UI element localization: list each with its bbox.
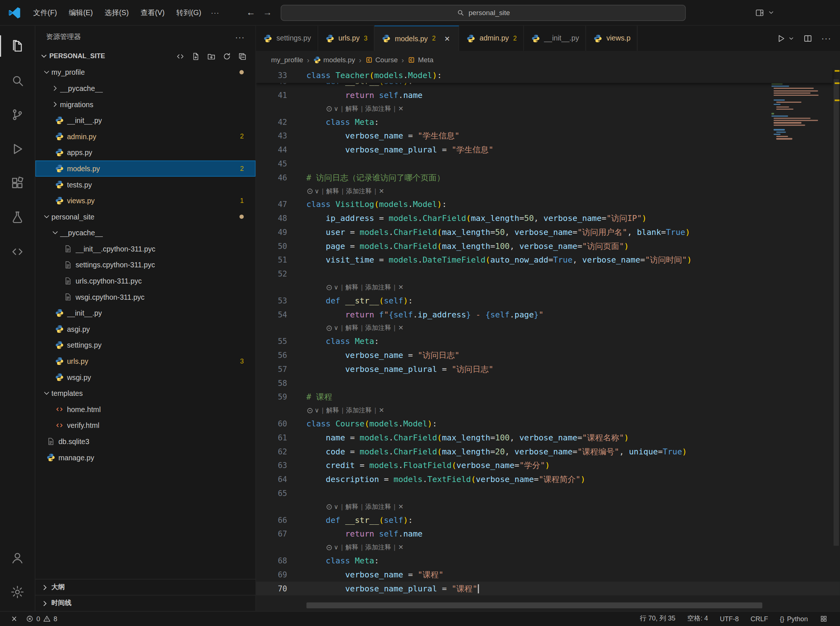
problems-indicator[interactable]: 0 8	[22, 612, 61, 626]
tree-item-__init__.py[interactable]: __init__.py	[35, 305, 256, 321]
code-line-65[interactable]: 65	[256, 487, 840, 501]
explorer-section-header[interactable]: PERSONAL_SITE	[35, 48, 256, 64]
encoding-setting[interactable]: UTF-8	[714, 615, 744, 622]
tree-item-urls.py[interactable]: urls.py3	[35, 353, 256, 369]
activity-testing[interactable]	[0, 200, 35, 234]
code-line-49[interactable]: 49 user = models.CharField(max_length=50…	[256, 225, 840, 239]
code-line-48[interactable]: 48 ip_address = models.CharField(max_len…	[256, 211, 840, 225]
codelens-add-comment-link[interactable]: 添加注释	[365, 502, 391, 512]
tab-admin.py[interactable]: admin.py2	[459, 26, 524, 51]
code-line-68[interactable]: 68 class Meta:	[256, 554, 840, 568]
code-line-55[interactable]: 55 class Meta:	[256, 334, 840, 348]
tree-item-wsgi.cpython-311.pyc[interactable]: wsgi.cpython-311.pyc	[35, 289, 256, 305]
menu-item-编辑(E)[interactable]: 编辑(E)	[63, 5, 98, 20]
menu-item-转到(G)[interactable]: 转到(G)	[171, 5, 207, 20]
timeline-panel-header[interactable]: 时间线	[35, 595, 256, 611]
tab-settings.py[interactable]: settings.py	[256, 26, 318, 51]
tab-views.p[interactable]: views.p	[586, 26, 637, 51]
codelens-add-comment-link[interactable]: 添加注释	[365, 323, 391, 333]
activity-settings-gear[interactable]	[0, 575, 35, 609]
command-center-search[interactable]: personal_site	[281, 5, 686, 20]
activity-code[interactable]	[0, 234, 35, 268]
activity-extensions[interactable]	[0, 166, 35, 200]
chevron-down-icon[interactable]	[768, 9, 775, 16]
codelens-ai-icon[interactable]	[306, 188, 313, 194]
tab-__init__.py[interactable]: __init__.py	[524, 26, 586, 51]
tree-item-settings.cpython-311.pyc[interactable]: settings.cpython-311.pyc	[35, 257, 256, 273]
horizontal-scrollbar[interactable]	[306, 603, 762, 608]
tree-item-home.html[interactable]: home.html	[35, 401, 256, 418]
codelens-chevron-icon[interactable]: ∨	[334, 324, 338, 332]
code-editor[interactable]: 33class Teacher(models.Model): 40 def __…	[256, 69, 840, 611]
tree-item-personal_site[interactable]: personal_site	[35, 209, 256, 225]
tab-models.py[interactable]: models.py2✕	[374, 26, 459, 51]
menu-item-查看(V)[interactable]: 查看(V)	[135, 5, 170, 20]
codelens-chevron-icon[interactable]: ∨	[334, 283, 338, 291]
codelens-chevron-icon[interactable]: ∨	[334, 503, 338, 510]
remote-indicator[interactable]	[6, 612, 22, 626]
codelens-chevron-icon[interactable]: ∨	[334, 105, 338, 112]
codelens-explain-link[interactable]: 解释	[345, 543, 358, 552]
code-line-67[interactable]: 67 return self.name	[256, 527, 840, 541]
codelens-chevron-icon[interactable]: ∨	[314, 188, 319, 195]
activity-explorer[interactable]	[0, 29, 35, 63]
back-icon[interactable]: ←	[246, 7, 256, 18]
tree-item-views.py[interactable]: views.py1	[35, 192, 256, 209]
code-line-61[interactable]: 61 name = models.CharField(max_length=10…	[256, 431, 840, 445]
tree-item-my_profile[interactable]: my_profile	[35, 64, 256, 80]
refresh-icon[interactable]	[222, 52, 231, 61]
codelens-close-icon[interactable]: ✕	[398, 503, 404, 510]
codelens-explain-link[interactable]: 解释	[326, 186, 339, 196]
tree-item-urls.cpython-311.pyc[interactable]: urls.cpython-311.pyc	[35, 273, 256, 289]
codelens-close-icon[interactable]: ✕	[398, 543, 404, 551]
layout-icon[interactable]	[755, 8, 765, 17]
code-line-58[interactable]: 58	[256, 376, 840, 390]
codelens-ai-icon[interactable]	[326, 503, 333, 510]
codelens-chevron-icon[interactable]: ∨	[334, 543, 338, 551]
code-line-46[interactable]: 46# 访问日志（记录谁访问了哪个页面）	[256, 171, 840, 185]
codelens-add-comment-link[interactable]: 添加注释	[346, 406, 372, 415]
code-line-66[interactable]: 66 def __str__(self):	[256, 513, 840, 527]
tree-item-manage.py[interactable]: manage.py	[35, 450, 256, 466]
code-line-33[interactable]: 33class Teacher(models.Model):	[256, 69, 833, 83]
tree-item-db.sqlite3[interactable]: db.sqlite3	[35, 434, 256, 450]
codelens-ai-icon[interactable]	[306, 407, 313, 414]
indentation-setting[interactable]: 空格: 4	[681, 614, 714, 623]
extension-status[interactable]	[814, 615, 834, 623]
new-file-icon[interactable]	[191, 52, 201, 61]
menu-item-选择(S)[interactable]: 选择(S)	[99, 5, 134, 20]
codelens-ai-icon[interactable]	[326, 284, 333, 291]
tab-urls.py[interactable]: urls.py3	[318, 26, 374, 51]
close-icon[interactable]: ✕	[442, 33, 452, 44]
split-editor-icon[interactable]	[803, 33, 813, 43]
codelens-add-comment-link[interactable]: 添加注释	[346, 186, 372, 196]
activity-run-debug[interactable]	[0, 131, 35, 166]
codelens-add-comment-link[interactable]: 添加注释	[365, 543, 391, 552]
codelens-close-icon[interactable]: ✕	[379, 407, 385, 414]
code-line-57[interactable]: 57 verbose_name_plural = "访问日志"	[256, 362, 840, 376]
menu-more-button[interactable]: ···	[207, 6, 224, 19]
activity-source-control[interactable]	[0, 97, 35, 131]
codelens-add-comment-link[interactable]: 添加注释	[365, 104, 391, 113]
code-line-54[interactable]: 54 return f"{self.ip_address} - {self.pa…	[256, 307, 840, 321]
code-line-42[interactable]: 42 class Meta:	[256, 115, 840, 129]
tree-item-models.py[interactable]: models.py2	[35, 161, 256, 177]
language-mode[interactable]: {} Python	[774, 615, 814, 622]
tree-item-templates[interactable]: templates	[35, 385, 256, 401]
sidebar-more-button[interactable]: ···	[235, 33, 245, 42]
code-line-64[interactable]: 64 description = models.TextField(verbos…	[256, 473, 840, 487]
codelens-explain-link[interactable]: 解释	[345, 323, 358, 333]
code-line-40[interactable]: 40 def __str__(self):	[256, 83, 840, 88]
code-line-50[interactable]: 50 page = models.CharField(max_length=10…	[256, 239, 840, 253]
tree-item-wsgi.py[interactable]: wsgi.py	[35, 369, 256, 385]
tree-item-admin.py[interactable]: admin.py2	[35, 128, 256, 145]
breadcrumb-item-models.py[interactable]: models.py	[313, 56, 355, 64]
code-line-41[interactable]: 41 return self.name	[256, 88, 840, 102]
code-line-53[interactable]: 53 def __str__(self):	[256, 294, 840, 308]
codelens-close-icon[interactable]: ✕	[398, 324, 404, 332]
codelens-add-comment-link[interactable]: 添加注释	[365, 283, 391, 292]
activity-search[interactable]	[0, 63, 35, 97]
code-line-70[interactable]: 70 verbose_name_plural = "课程"	[256, 581, 840, 595]
codelens-explain-link[interactable]: 解释	[326, 406, 339, 415]
codelens-chevron-icon[interactable]: ∨	[314, 407, 319, 414]
